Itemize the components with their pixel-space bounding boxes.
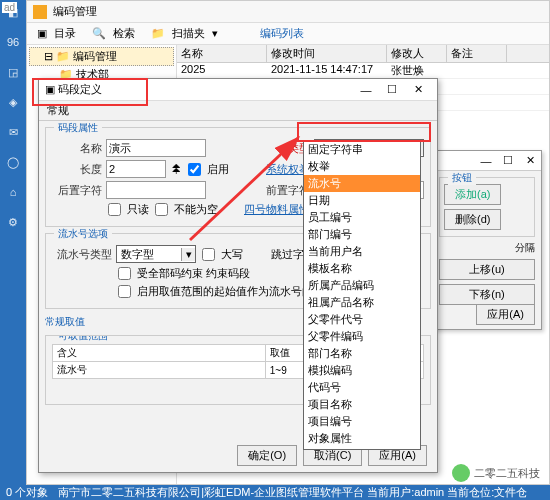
dialog-icon: ▣ (45, 83, 55, 96)
len-input[interactable] (106, 160, 166, 178)
main-toolbar: ▣ 目录 🔍 检索 📁 扫描夹 ▾ 编码列表 (27, 23, 549, 45)
ad-badge: ad (2, 2, 17, 13)
left-nav-rail: ◧ 96 ◲ ◈ ✉ ◯ ⌂ ⚙ (0, 0, 26, 485)
suffix-label: 后置字符 (52, 183, 102, 198)
combo-option[interactable]: 部门编号 (304, 226, 420, 243)
side-apply-button[interactable]: 应用(A) (476, 304, 535, 325)
combo-option[interactable]: 类别树 (304, 447, 420, 450)
type-combo-list[interactable]: 固定字符串枚举流水号日期员工编号部门编号当前用户名模板名称所属产品编码祖属产品名… (303, 140, 421, 450)
group3b-legend: 可取值范围 (54, 335, 112, 343)
len-label: 长度 (52, 162, 102, 177)
rail-icon-2[interactable]: 96 (5, 34, 21, 50)
rail-icon-4[interactable]: ◈ (5, 94, 21, 110)
readonly-check[interactable] (108, 203, 121, 216)
toolbar-dir[interactable]: ▣ 目录 (33, 26, 84, 41)
ok-button[interactable]: 确定(O) (237, 445, 297, 466)
combo-option[interactable]: 父零件编码 (304, 328, 420, 345)
reset-check[interactable] (118, 267, 131, 280)
side-close[interactable]: ✕ (519, 154, 541, 167)
combo-option[interactable]: 所属产品编码 (304, 277, 420, 294)
toolbar-search[interactable]: 🔍 检索 (88, 26, 143, 41)
combo-option[interactable]: 日期 (304, 192, 420, 209)
combo-option[interactable]: 父零件代号 (304, 311, 420, 328)
notnull-label: 不能为空 (174, 202, 218, 217)
chevron-down-icon: ▾ (181, 248, 195, 261)
readonly-label: 只读 (127, 202, 149, 217)
list-header: 名称 修改时间 修改人 备注 (177, 45, 549, 63)
combo-option[interactable]: 祖属产品名称 (304, 294, 420, 311)
main-title: 编码管理 (53, 4, 97, 19)
sntype-dropdown[interactable]: 数字型 ▾ (116, 245, 196, 263)
group1-legend: 码段属性 (54, 121, 102, 135)
dialog-close[interactable]: ✕ (405, 83, 431, 96)
side-panel: — ☐ ✕ 按钮 添加(a) 删除(d) 分隔 上移(u) 下移(n) 应用(A… (432, 150, 542, 330)
combo-option[interactable]: 代码号 (304, 379, 420, 396)
combo-option[interactable]: 固定字符串 (304, 141, 420, 158)
rail-icon-3[interactable]: ◲ (5, 64, 21, 80)
matlink[interactable]: 四号物料属性 (244, 202, 310, 217)
combo-option[interactable]: 项目名称 (304, 396, 420, 413)
sep-label: 分隔 (439, 241, 535, 255)
col-time[interactable]: 修改时间 (267, 45, 387, 62)
combo-option[interactable]: 流水号 (304, 175, 420, 192)
status-bar: 0 个对象 南宁市二零二五科技有限公司|彩虹EDM-企业图纸管理软件平台 当前用… (0, 485, 550, 500)
col-remark[interactable]: 备注 (447, 45, 507, 62)
reset-label: 受全部码约束 约束码段 (137, 266, 250, 281)
stepper-icon[interactable]: ⯭ (170, 163, 182, 175)
notnull-check[interactable] (155, 203, 168, 216)
enable-check[interactable] (188, 163, 201, 176)
sntype-value: 数字型 (117, 247, 181, 262)
combo-option[interactable]: 员工编号 (304, 209, 420, 226)
dialog-tab[interactable]: 常规 (39, 101, 437, 121)
col-user[interactable]: 修改人 (387, 45, 447, 62)
rail-icon-8[interactable]: ⚙ (5, 214, 21, 230)
add-button[interactable]: 添加(a) (444, 184, 501, 205)
rail-icon-7[interactable]: ⌂ (5, 184, 21, 200)
list-title: 编码列表 (256, 26, 308, 41)
dialog-title: 码段定义 (58, 82, 102, 97)
col-name[interactable]: 名称 (177, 45, 267, 62)
toolbar-scan[interactable]: 📁 扫描夹 ▾ (147, 26, 222, 41)
up-button[interactable]: 上移(u) (439, 259, 535, 280)
down-button[interactable]: 下移(n) (439, 284, 535, 305)
combo-option[interactable]: 对象属性 (304, 430, 420, 447)
side-min[interactable]: — (475, 155, 497, 167)
name-label: 名称 (52, 141, 102, 156)
dialog-min[interactable]: — (353, 84, 379, 96)
dialog-titlebar: ▣ 码段定义 — ☐ ✕ (39, 79, 437, 101)
side-max[interactable]: ☐ (497, 154, 519, 167)
group2-legend: 流水号选项 (54, 227, 112, 241)
watermark-text: 二零二五科技 (474, 466, 540, 481)
suffix-input[interactable] (106, 181, 206, 199)
th-meaning[interactable]: 含义 (53, 345, 266, 362)
combo-option[interactable]: 模拟编码 (304, 362, 420, 379)
tree-root[interactable]: ⊟ 📁 编码管理 (29, 47, 174, 66)
dialog-max[interactable]: ☐ (379, 83, 405, 96)
combo-option[interactable]: 部门名称 (304, 345, 420, 362)
rail-icon-6[interactable]: ◯ (5, 154, 21, 170)
side-group: 按钮 (448, 171, 476, 185)
sntype-label: 流水号类型 (52, 247, 112, 262)
combo-option[interactable]: 模板名称 (304, 260, 420, 277)
upper-check[interactable] (202, 248, 215, 261)
watermark: 二零二五科技 (452, 464, 540, 482)
upper-label: 大写 (221, 247, 243, 262)
table-row[interactable]: 20252021-11-15 14:47:17张世焕 (177, 63, 549, 79)
combo-option[interactable]: 当前用户名 (304, 243, 420, 260)
status-text: 南宁市二零二五科技有限公司|彩虹EDM-企业图纸管理软件平台 当前用户:admi… (58, 485, 527, 500)
usedefault-check[interactable] (118, 285, 131, 298)
folder-icon (33, 5, 47, 19)
status-count: 0 个对象 (6, 485, 48, 500)
wechat-icon (452, 464, 470, 482)
combo-option[interactable]: 项目编号 (304, 413, 420, 430)
main-titlebar: 编码管理 (27, 1, 549, 23)
delete-button[interactable]: 删除(d) (444, 209, 501, 230)
name-input[interactable] (106, 139, 206, 157)
enable-label: 启用 (207, 162, 229, 177)
combo-option[interactable]: 枚举 (304, 158, 420, 175)
rail-icon-5[interactable]: ✉ (5, 124, 21, 140)
